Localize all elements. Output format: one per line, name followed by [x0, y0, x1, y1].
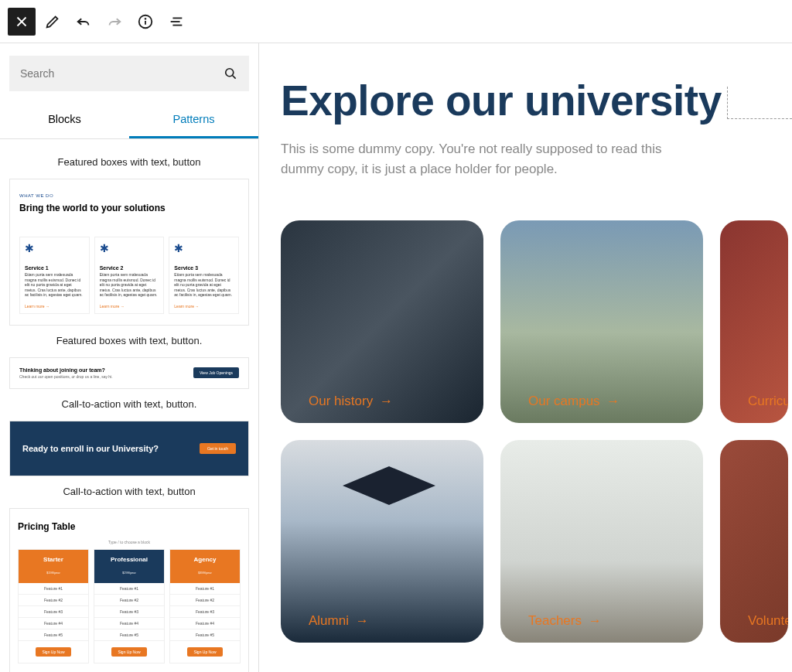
edit-icon — [44, 13, 61, 30]
signup-button: Sign Up Now — [187, 647, 222, 657]
pricing-card: Agency$399/year Feature #1 Feature #2 Fe… — [169, 549, 241, 663]
pattern-cta-small[interactable]: Thinking about joining our team? Check o… — [9, 357, 249, 389]
tab-blocks[interactable]: Blocks — [0, 102, 129, 138]
edit-button[interactable] — [39, 8, 67, 36]
pattern-title: Featured boxes with text, button — [9, 156, 249, 168]
arrow-icon: → — [606, 394, 620, 408]
plan-feature: Feature #4 — [19, 618, 88, 629]
undo-button[interactable] — [70, 8, 97, 36]
card-our-campus[interactable]: Our campus → — [500, 220, 703, 423]
list-view-button[interactable] — [162, 8, 190, 36]
pattern-eyebrow: WHAT WE DO — [19, 193, 239, 198]
plan-name: Starter — [22, 556, 85, 563]
card-our-history[interactable]: Our history → — [281, 220, 483, 423]
tab-patterns[interactable]: Patterns — [129, 102, 258, 138]
asterisk-icon: ✱ — [25, 242, 84, 254]
card-grid: Our history → Alumni → Our campus → Teac… — [281, 220, 792, 643]
service-link: Learn more → — [174, 304, 234, 309]
card-teachers[interactable]: Teachers → — [500, 440, 703, 643]
pattern-pricing-table[interactable]: Pricing Table Type / to choose a block S… — [9, 508, 249, 672]
svg-point-4 — [145, 18, 146, 19]
card-label: Curriculum → — [748, 394, 788, 409]
signup-button: Sign Up Now — [36, 647, 70, 657]
cta-text: Check out our open positions, or drop us… — [19, 374, 113, 379]
search-box[interactable] — [9, 56, 249, 91]
card-label: Volunteer → — [748, 613, 788, 629]
card-label: Our campus → — [528, 394, 620, 409]
pattern-cta-large[interactable]: Ready to enroll in our University? Get i… — [9, 421, 249, 476]
plan-feature: Feature #4 — [94, 618, 164, 629]
plan-feature: Feature #1 — [19, 583, 88, 595]
service-card: ✱ Service 3 Etiam porta sem malesuada ma… — [169, 237, 239, 314]
redo-button[interactable] — [101, 8, 128, 36]
list-icon — [168, 13, 185, 30]
arrow-icon: → — [589, 613, 602, 628]
cta-heading: Thinking about joining our team? — [19, 367, 113, 373]
pattern-title: Call-to-action with text, button. — [9, 398, 249, 410]
inserter-tabs: Blocks Patterns — [0, 102, 258, 139]
editor-canvas[interactable]: Explore our university This is some dumm… — [259, 43, 792, 672]
plan-price: $299/year — [122, 571, 136, 575]
plan-price: $399/year — [198, 571, 212, 575]
redo-icon — [106, 13, 123, 30]
undo-icon — [75, 13, 92, 30]
svg-line-9 — [233, 76, 236, 79]
plan-feature: Feature #2 — [94, 595, 164, 606]
service-link: Learn more → — [25, 304, 84, 309]
plan-feature: Feature #1 — [94, 583, 164, 595]
plan-feature: Feature #5 — [19, 629, 88, 641]
pricing-heading: Pricing Table — [18, 521, 241, 532]
arrow-icon: → — [380, 394, 393, 408]
signup-button: Sign Up Now — [111, 647, 146, 657]
pricing-card: Starter$199/year Feature #1 Feature #2 F… — [18, 549, 89, 663]
pattern-title: Featured boxes with text, button. — [9, 335, 249, 346]
plan-feature: Feature #5 — [170, 629, 240, 641]
card-label: Alumni → — [309, 613, 369, 629]
plan-price: $199/year — [46, 571, 60, 575]
plan-name: Agency — [173, 556, 237, 563]
plan-feature: Feature #5 — [94, 629, 164, 641]
pricing-subtitle: Type / to choose a block — [18, 540, 241, 544]
card-label: Our history → — [309, 394, 393, 409]
card-alumni[interactable]: Alumni → — [281, 440, 483, 643]
inserter-sidebar: Blocks Patterns Featured boxes with text… — [0, 43, 259, 672]
service-title: Service 2 — [100, 265, 159, 271]
editor-toolbar — [0, 0, 792, 43]
cta-button: Get in touch — [200, 443, 236, 454]
asterisk-icon: ✱ — [100, 242, 159, 254]
close-button[interactable] — [8, 8, 36, 36]
card-label: Teachers → — [528, 613, 602, 629]
plan-feature: Feature #3 — [94, 606, 164, 618]
service-card: ✱ Service 1 Etiam porta sem malesuada ma… — [19, 237, 90, 314]
search-input[interactable] — [20, 67, 223, 80]
plan-feature: Feature #2 — [19, 595, 88, 606]
service-text: Etiam porta sem malesuada magna mollis e… — [174, 272, 234, 298]
page-subtext[interactable]: This is some dummy copy. You're not real… — [281, 139, 706, 179]
pattern-list: Featured boxes with text, button WHAT WE… — [0, 139, 258, 672]
close-icon — [13, 13, 30, 30]
arrow-icon: → — [356, 613, 369, 628]
pattern-title: Call-to-action with text, button — [9, 486, 249, 497]
service-title: Service 3 — [174, 265, 234, 271]
card-curriculum[interactable]: Curriculum → — [720, 220, 788, 423]
editor-main: Blocks Patterns Featured boxes with text… — [0, 43, 792, 672]
search-icon — [223, 66, 238, 81]
service-title: Service 1 — [25, 265, 84, 271]
plan-feature: Feature #3 — [19, 606, 88, 618]
selection-outline — [727, 87, 792, 119]
plan-feature: Feature #1 — [170, 583, 240, 595]
card-volunteer[interactable]: Volunteer → — [720, 440, 788, 643]
pattern-featured-boxes[interactable]: WHAT WE DO Bring the world to your solut… — [9, 179, 249, 326]
service-card: ✱ Service 2 Etiam porta sem malesuada ma… — [94, 237, 165, 314]
plan-name: Professional — [97, 556, 161, 563]
service-text: Etiam porta sem malesuada magna mollis e… — [100, 272, 159, 298]
info-button[interactable] — [131, 8, 159, 36]
plan-feature: Feature #4 — [170, 618, 240, 629]
svg-point-8 — [226, 69, 234, 77]
plan-feature: Feature #3 — [170, 606, 240, 618]
info-icon — [137, 13, 154, 30]
cta-heading: Ready to enroll in our University? — [22, 443, 159, 454]
plan-feature: Feature #2 — [170, 595, 240, 606]
page-title[interactable]: Explore our university — [281, 76, 792, 125]
service-link: Learn more → — [100, 304, 159, 309]
